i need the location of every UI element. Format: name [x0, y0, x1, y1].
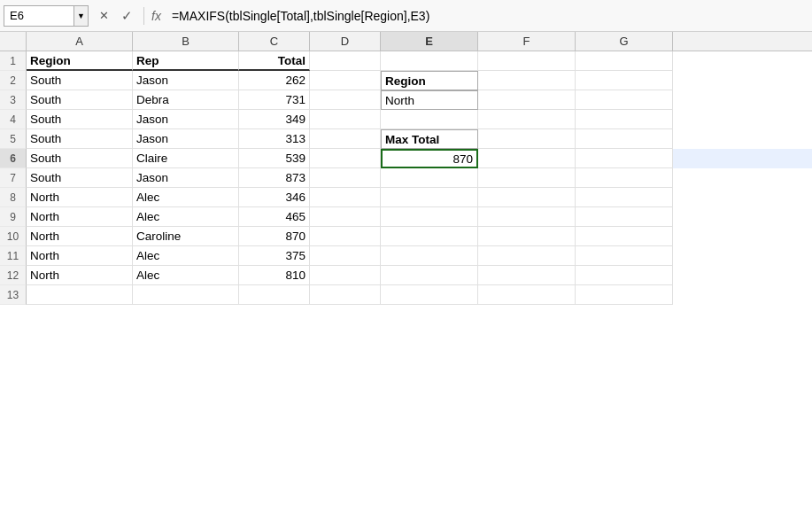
cell-f13[interactable] [478, 285, 576, 305]
cell-a13[interactable] [27, 285, 133, 305]
cell-f5[interactable] [478, 129, 576, 149]
cell-e5[interactable]: Max Total [381, 129, 478, 149]
cell-e7[interactable] [381, 168, 478, 188]
confirm-icon[interactable]: ✓ [117, 6, 136, 26]
col-header-c[interactable]: C [239, 32, 310, 51]
cancel-icon[interactable]: ✕ [94, 6, 113, 26]
cell-a8[interactable]: North [27, 188, 133, 207]
cell-c11[interactable]: 375 [239, 246, 310, 266]
cell-c12[interactable]: 810 [239, 266, 310, 285]
cell-f1[interactable] [478, 51, 576, 71]
cell-d3[interactable] [310, 90, 381, 110]
cell-c13[interactable] [239, 285, 310, 305]
cell-reference-box[interactable]: E6 [4, 5, 74, 27]
col-header-e[interactable]: E [381, 32, 478, 51]
cell-b13[interactable] [133, 285, 239, 305]
cell-g1[interactable] [576, 51, 673, 71]
cell-g10[interactable] [576, 227, 673, 246]
cell-f4[interactable] [478, 110, 576, 129]
cell-a11[interactable]: North [27, 246, 133, 266]
cell-g3[interactable] [576, 90, 673, 110]
cell-c2[interactable]: 262 [239, 71, 310, 90]
row-num-9[interactable]: 9 [0, 207, 27, 227]
cell-e13[interactable] [381, 285, 478, 305]
cell-a10[interactable]: North [27, 227, 133, 246]
cell-g2[interactable] [576, 71, 673, 90]
row-num-11[interactable]: 11 [0, 246, 27, 266]
cell-a6[interactable]: South [27, 149, 133, 168]
cell-d10[interactable] [310, 227, 381, 246]
cell-f2[interactable] [478, 71, 576, 90]
cell-f6[interactable] [478, 149, 576, 168]
cell-g4[interactable] [576, 110, 673, 129]
cell-c6[interactable]: 539 [239, 149, 310, 168]
cell-a7[interactable]: South [27, 168, 133, 188]
col-header-g[interactable]: G [576, 32, 673, 51]
row-num-13[interactable]: 13 [0, 285, 27, 305]
cell-d5[interactable] [310, 129, 381, 149]
cell-f9[interactable] [478, 207, 576, 227]
cell-d4[interactable] [310, 110, 381, 129]
row-num-3[interactable]: 3 [0, 90, 27, 110]
cell-b1[interactable]: Rep [133, 51, 239, 71]
cell-c7[interactable]: 873 [239, 168, 310, 188]
cell-e6[interactable]: 870 [381, 149, 478, 168]
row-num-10[interactable]: 10 [0, 227, 27, 246]
row-num-4[interactable]: 4 [0, 110, 27, 129]
cell-g13[interactable] [576, 285, 673, 305]
cell-b11[interactable]: Alec [133, 246, 239, 266]
row-num-8[interactable]: 8 [0, 188, 27, 207]
cell-a4[interactable]: South [27, 110, 133, 129]
row-num-12[interactable]: 12 [0, 266, 27, 285]
cell-e11[interactable] [381, 246, 478, 266]
cell-c4[interactable]: 349 [239, 110, 310, 129]
row-num-6[interactable]: 6 [0, 149, 27, 168]
cell-c10[interactable]: 870 [239, 227, 310, 246]
cell-a3[interactable]: South [27, 90, 133, 110]
cell-d13[interactable] [310, 285, 381, 305]
cell-e4[interactable] [381, 110, 478, 129]
cell-g5[interactable] [576, 129, 673, 149]
cell-d7[interactable] [310, 168, 381, 188]
cell-e8[interactable] [381, 188, 478, 207]
cell-d1[interactable] [310, 51, 381, 71]
cell-b8[interactable]: Alec [133, 188, 239, 207]
cell-a2[interactable]: South [27, 71, 133, 90]
cell-a1[interactable]: Region [27, 51, 133, 71]
cell-d11[interactable] [310, 246, 381, 266]
cell-f12[interactable] [478, 266, 576, 285]
cell-b7[interactable]: Jason [133, 168, 239, 188]
cell-g12[interactable] [576, 266, 673, 285]
row-num-1[interactable]: 1 [0, 51, 27, 71]
cell-b4[interactable]: Jason [133, 110, 239, 129]
cell-e1[interactable] [381, 51, 478, 71]
cell-e2[interactable]: Region [381, 71, 478, 90]
cell-d2[interactable] [310, 71, 381, 90]
cell-c8[interactable]: 346 [239, 188, 310, 207]
cell-b12[interactable]: Alec [133, 266, 239, 285]
cell-g11[interactable] [576, 246, 673, 266]
col-header-d[interactable]: D [310, 32, 381, 51]
cell-f7[interactable] [478, 168, 576, 188]
cell-g8[interactable] [576, 188, 673, 207]
formula-input[interactable] [172, 9, 808, 23]
cell-e3[interactable]: North [381, 90, 478, 110]
row-num-2[interactable]: 2 [0, 71, 27, 90]
cell-c5[interactable]: 313 [239, 129, 310, 149]
cell-f3[interactable] [478, 90, 576, 110]
cell-g9[interactable] [576, 207, 673, 227]
cell-a5[interactable]: South [27, 129, 133, 149]
cell-b2[interactable]: Jason [133, 71, 239, 90]
cell-e12[interactable] [381, 266, 478, 285]
cell-f10[interactable] [478, 227, 576, 246]
cell-g6[interactable] [576, 149, 673, 168]
col-header-f[interactable]: F [478, 32, 576, 51]
row-num-5[interactable]: 5 [0, 129, 27, 149]
cell-f11[interactable] [478, 246, 576, 266]
col-header-a[interactable]: A [27, 32, 133, 51]
row-num-7[interactable]: 7 [0, 168, 27, 188]
cell-d6[interactable] [310, 149, 381, 168]
cell-c9[interactable]: 465 [239, 207, 310, 227]
cell-a9[interactable]: North [27, 207, 133, 227]
cell-ref-dropdown[interactable]: ▼ [74, 5, 89, 27]
